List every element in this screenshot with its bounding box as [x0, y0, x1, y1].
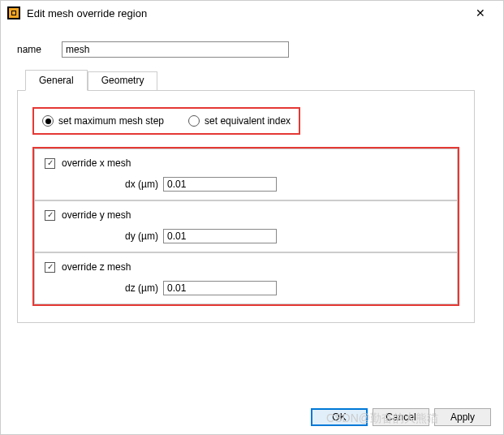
tab-panel-general: set maximum mesh step set equivalent ind… [17, 90, 475, 323]
titlebar: Edit mesh override region ✕ [1, 1, 503, 25]
dy-input[interactable] [163, 229, 277, 243]
dialog-footer: OK Cancel Apply [311, 408, 491, 426]
override-y-section: override y mesh dy (µm) [34, 200, 458, 252]
name-label: name [17, 44, 62, 55]
override-z-checkbox[interactable]: override z mesh [45, 261, 447, 273]
override-x-label: override x mesh [62, 157, 131, 169]
ok-button[interactable]: OK [311, 408, 368, 426]
radio-group: set maximum mesh step set equivalent ind… [32, 107, 300, 135]
content-area: name General Geometry set maximum mesh s… [1, 25, 503, 331]
radio-max-mesh-step[interactable]: set maximum mesh step [42, 115, 164, 127]
name-row: name [17, 41, 475, 58]
dz-label: dz (µm) [110, 282, 158, 294]
dy-row: dy (µm) [45, 229, 447, 243]
tab-geometry[interactable]: Geometry [88, 71, 158, 91]
tabs: General Geometry [25, 70, 475, 91]
radio-icon [42, 115, 54, 127]
cancel-button[interactable]: Cancel [373, 408, 429, 426]
dx-row: dx (µm) [45, 177, 447, 192]
checkbox-icon [45, 262, 55, 273]
override-z-label: override z mesh [62, 261, 131, 273]
close-icon[interactable]: ✕ [464, 1, 497, 25]
name-input[interactable] [62, 41, 289, 58]
override-y-checkbox[interactable]: override y mesh [45, 209, 447, 221]
override-group: override x mesh dx (µm) override y mesh … [32, 147, 459, 306]
tab-general[interactable]: General [25, 70, 88, 91]
dz-row: dz (µm) [45, 281, 447, 295]
override-x-checkbox[interactable]: override x mesh [45, 157, 447, 169]
override-x-section: override x mesh dx (µm) [34, 149, 458, 200]
radio-label-max-step: set maximum mesh step [58, 115, 164, 127]
override-z-section: override z mesh dz (µm) [34, 252, 458, 304]
radio-equivalent-index[interactable]: set equivalent index [188, 115, 291, 127]
radio-icon [188, 115, 200, 127]
checkbox-icon [45, 210, 55, 221]
dx-label: dx (µm) [110, 179, 158, 190]
window-title: Edit mesh override region [27, 7, 464, 19]
dz-input[interactable] [163, 281, 277, 295]
app-icon [7, 6, 20, 19]
override-y-label: override y mesh [62, 209, 131, 221]
dy-label: dy (µm) [110, 230, 158, 242]
checkbox-icon [45, 158, 55, 169]
dx-input[interactable] [163, 177, 277, 192]
apply-button[interactable]: Apply [434, 408, 491, 426]
radio-label-equiv-index: set equivalent index [205, 115, 291, 127]
